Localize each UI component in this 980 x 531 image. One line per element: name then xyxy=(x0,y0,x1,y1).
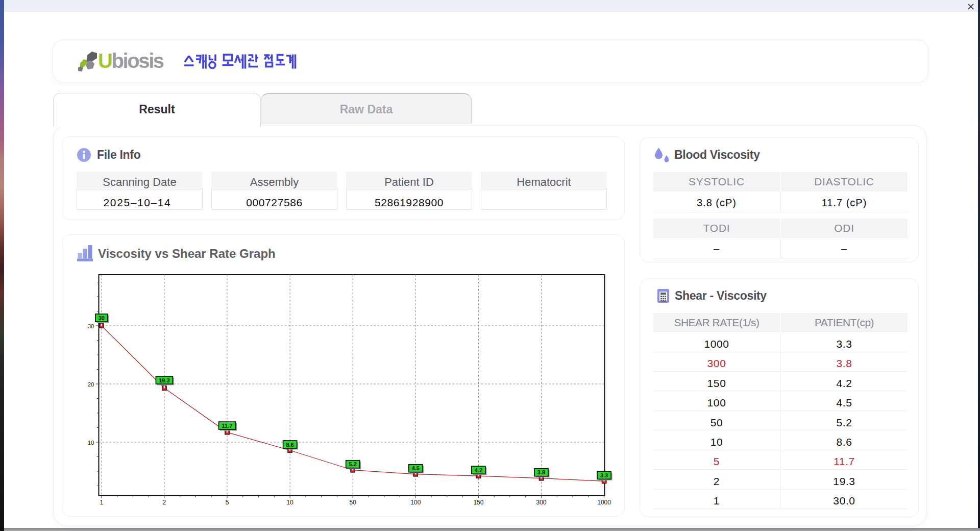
svg-text:1: 1 xyxy=(100,499,103,506)
svg-text:3.3: 3.3 xyxy=(600,472,607,478)
svg-text:50: 50 xyxy=(349,499,356,506)
svg-text:5.2: 5.2 xyxy=(349,461,356,467)
svg-text:2: 2 xyxy=(162,499,166,506)
svg-text:30: 30 xyxy=(87,323,94,329)
svg-text:20: 20 xyxy=(87,381,94,388)
svg-text:19.3: 19.3 xyxy=(159,377,169,383)
svg-text:100: 100 xyxy=(410,499,421,506)
svg-text:30: 30 xyxy=(98,315,104,321)
svg-text:1000: 1000 xyxy=(597,499,611,506)
svg-text:3.8: 3.8 xyxy=(537,469,545,475)
svg-text:10: 10 xyxy=(87,440,94,446)
svg-text:4.5: 4.5 xyxy=(411,465,419,471)
svg-text:8.6: 8.6 xyxy=(286,442,293,448)
svg-text:4.2: 4.2 xyxy=(474,467,482,473)
svg-text:10: 10 xyxy=(286,499,293,506)
svg-text:150: 150 xyxy=(473,499,483,506)
svg-text:300: 300 xyxy=(536,499,546,506)
svg-text:5: 5 xyxy=(225,499,229,506)
svg-text:11.7: 11.7 xyxy=(222,423,232,429)
